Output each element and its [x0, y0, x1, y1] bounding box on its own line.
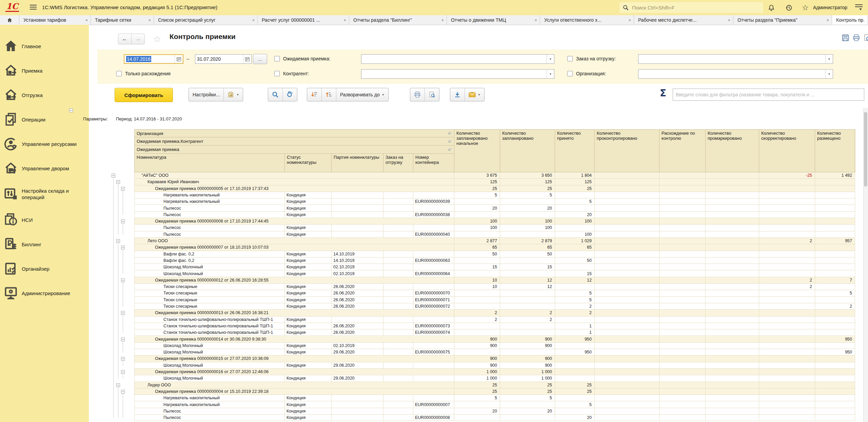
header-qty-4[interactable]: Расхождение по контролю	[659, 129, 706, 172]
shipping-order-combo[interactable]: ▼	[638, 54, 833, 64]
date-from-field[interactable]: 14.07.2016	[124, 54, 183, 64]
table-row[interactable]: Станок точильно-шлифовально-полировальны…	[134, 323, 855, 329]
chevron-down-icon[interactable]: ▼	[825, 70, 833, 78]
table-row[interactable]: Лето ООО2 8772 8791 0292957	[134, 238, 855, 244]
tab-5[interactable]: Отчеты раздела "Биллинг"×	[349, 15, 447, 25]
sidebar-item-1[interactable]: Главное	[0, 34, 89, 58]
header-qty-6[interactable]: Количество скорректировано	[759, 129, 815, 172]
table-row[interactable]: Нагреватель накопительныйКондицияEUR0000…	[134, 402, 855, 408]
forward-button[interactable]: →	[132, 34, 144, 44]
header-qty-2[interactable]: Количество принято	[555, 129, 595, 172]
table-row[interactable]: Караваев Юрий Иванович125125125	[134, 179, 855, 185]
group-collapse-button[interactable]	[112, 174, 115, 177]
table-row[interactable]: Ожидаемая приемка 00000000016 от 27.07.2…	[134, 369, 855, 375]
table-row[interactable]: Шоколад МолочныйКондиция29.06.2020EUR000…	[134, 349, 855, 356]
find-next-icon[interactable]	[283, 88, 297, 101]
group-collapse-button[interactable]	[121, 338, 125, 341]
table-row[interactable]: Тиски слесарныеКондиция26.06.2020EUR0000…	[134, 297, 855, 303]
tab-6[interactable]: Отчеты о движении ТМЦ×	[447, 15, 540, 25]
table-row[interactable]: Шоколад МолочныйКондиция29.06.2020900900	[134, 362, 855, 369]
counterparty-combo[interactable]: ▼	[361, 69, 554, 79]
favorites-star-icon[interactable]: ☆	[801, 3, 810, 12]
tab-close-icon[interactable]: ×	[728, 18, 730, 23]
report-variant-button[interactable]: ▼	[224, 88, 243, 101]
table-row[interactable]: Тиски слесарныеКондиция26.06.2020EUR0000…	[134, 290, 855, 296]
autosum-button[interactable]: Σ	[660, 88, 666, 99]
report-collapse-all-button[interactable]	[69, 109, 73, 112]
current-user[interactable]: Администратор	[813, 5, 847, 10]
sidebar-item-2[interactable]: Приемка	[0, 58, 89, 83]
save-icon[interactable]	[842, 34, 850, 42]
tab-close-icon[interactable]: ×	[85, 18, 88, 23]
sidebar-item-6[interactable]: Управление двором	[0, 156, 89, 180]
header-qty-0[interactable]: Количество запланировано начальное	[454, 129, 500, 172]
tab-home[interactable]	[0, 15, 19, 25]
save-file-icon[interactable]	[450, 88, 465, 101]
group-collapse-button[interactable]	[116, 383, 120, 387]
tab-close-icon[interactable]: ×	[826, 18, 829, 23]
sidebar-item-5[interactable]: Управление ресурсами	[0, 132, 89, 156]
back-button[interactable]: ←	[118, 34, 132, 44]
group-collapse-button[interactable]	[121, 370, 125, 374]
table-row[interactable]: Шоколад МолочныйКондиция02.10.2019EUR000…	[134, 271, 855, 277]
header-batch[interactable]: Партия номенклатуры	[332, 154, 383, 172]
table-row[interactable]: Шоколад МолочныйКондиция29.06.20201 0001…	[134, 375, 855, 382]
table-row[interactable]: Шоколад МолочныйКондиция02.10.2019900900	[134, 343, 855, 349]
table-row[interactable]: Ожидаемая приемка 00000000012 от 26.06.2…	[134, 277, 855, 284]
table-row[interactable]: Вафли фас. 0,2Кондиция14.10.20195050	[134, 251, 855, 257]
tab-close-icon[interactable]: ×	[343, 18, 346, 23]
group-collapse-button[interactable]	[121, 279, 125, 282]
table-row[interactable]: Шоколад МолочныйКондиция02.10.20191515	[134, 264, 855, 270]
period-more-button[interactable]: ...	[253, 54, 267, 64]
organization-checkbox[interactable]	[567, 71, 573, 76]
table-row[interactable]: ПылесосКондицияEUR00000000040100	[134, 231, 855, 238]
global-search[interactable]	[619, 2, 763, 13]
date-to-field[interactable]: 31.07.2020	[195, 54, 252, 64]
sidebar-item-4[interactable]: Операции	[0, 107, 89, 132]
group-collapse-button[interactable]	[121, 311, 125, 315]
scrollbar-thumb[interactable]	[864, 112, 867, 187]
sidebar-item-11[interactable]: Администрирование	[0, 281, 89, 305]
table-row[interactable]: ПылесосКондиция100100	[134, 225, 855, 231]
calendar-icon[interactable]	[243, 55, 251, 63]
table-row[interactable]: "АйТиС" ООО3 6753 6501 804-251 492	[134, 172, 855, 179]
header-qty-3[interactable]: Количество проконтролировано	[595, 129, 659, 172]
history-icon[interactable]	[785, 3, 793, 12]
group-collapse-button[interactable]	[116, 180, 120, 184]
table-row[interactable]: ПылесосКондицияEUR0000000000820	[134, 415, 855, 421]
tab-1[interactable]: Установки тарифов×	[19, 15, 91, 25]
header-nomenclature[interactable]: Номенклатура	[134, 154, 285, 172]
quick-filter-input[interactable]	[673, 89, 864, 101]
group-collapse-button[interactable]	[121, 246, 125, 249]
collapse-groups-icon[interactable]	[307, 88, 322, 101]
tab-2[interactable]: Тарифные сетки×	[91, 15, 154, 25]
header-qty-5[interactable]: Количество промаркировано	[706, 129, 759, 172]
table-row[interactable]: Нагреватель накопительныйКондиция55	[134, 395, 855, 401]
table-row[interactable]: Ожидаемая приемка 00000000006 от 17.10.2…	[134, 218, 855, 225]
table-row[interactable]: Ожидаемая приемка 00000000005 от 17.10.2…	[134, 186, 855, 192]
table-row[interactable]: ПылесосКондицияEUR0000000003820	[134, 212, 855, 218]
tab-close-icon[interactable]: ×	[534, 18, 537, 23]
header-contractor[interactable]: Ожидаемая приемка.Контрагент	[134, 137, 454, 146]
sidebar-item-8[interactable]: НСИ	[0, 208, 89, 232]
tab-8[interactable]: Рабочее место диспетче...×	[634, 15, 733, 25]
organization-combo[interactable]: ▼	[638, 69, 833, 79]
table-row[interactable]: Тиски слесарныеКондиция26.06.2020EUR0000…	[134, 303, 855, 310]
send-email-icon[interactable]: ▼	[465, 88, 484, 101]
chevron-down-icon[interactable]: ▼	[547, 55, 554, 63]
header-container[interactable]: Номер контейнера	[413, 154, 454, 172]
group-collapse-button[interactable]	[116, 239, 120, 243]
header-status[interactable]: Статус номенклатуры	[285, 154, 332, 172]
group-collapse-button[interactable]	[121, 390, 125, 394]
find-icon[interactable]	[268, 88, 283, 101]
print-preview-icon[interactable]	[863, 34, 868, 42]
group-collapse-button[interactable]	[121, 357, 125, 361]
table-row[interactable]: ПылесосКондиция2020	[134, 205, 855, 212]
tab-close-icon[interactable]: ×	[252, 18, 255, 23]
add-to-favorites-icon[interactable]: ☆	[153, 34, 161, 44]
tab-close-icon[interactable]: ×	[148, 18, 151, 23]
tab-10[interactable]: Контроль пр...	[832, 15, 868, 25]
table-row[interactable]: Тиски слесарныеКондиция26.06.202010122	[134, 284, 855, 290]
sidebar-item-9[interactable]: Биллинг	[0, 232, 89, 256]
table-row[interactable]: ПылесосКондиция2020	[134, 408, 855, 415]
